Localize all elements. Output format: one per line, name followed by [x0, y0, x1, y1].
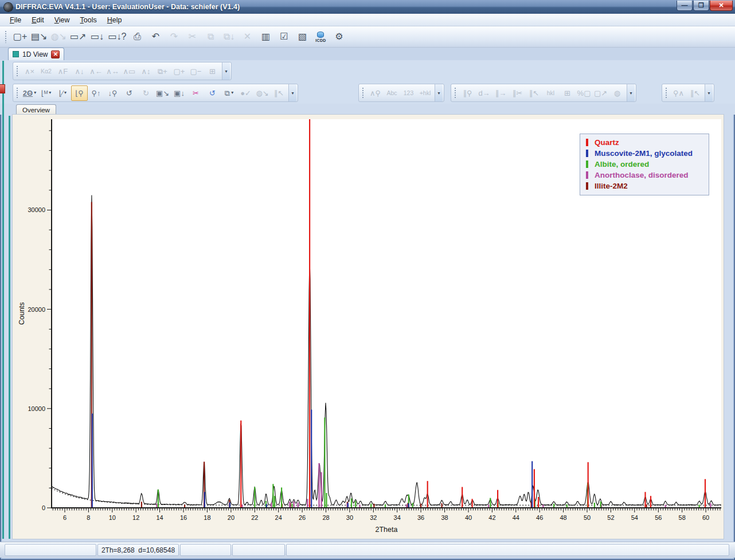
- delete-scan-from-view-glyph: ▣↓: [174, 89, 185, 97]
- cut-button[interactable]: ✂: [183, 29, 201, 45]
- menu-tools[interactable]: Tools: [75, 15, 102, 25]
- hkl-select-icon[interactable]: hkl: [542, 85, 559, 101]
- background-subtraction-icon[interactable]: ∧↓: [71, 64, 88, 79]
- show-pattern-button[interactable]: ∥↖: [271, 85, 287, 101]
- x-axis-scale-button[interactable]: ⌊ᴹ▾: [38, 85, 54, 101]
- y-offset-icon[interactable]: ∧↕: [138, 64, 154, 79]
- zoom-in-button[interactable]: ⚲↑: [88, 85, 104, 101]
- save-to-database-button[interactable]: ◍↘: [49, 29, 68, 45]
- toolbar-overflow-button[interactable]: ▾: [222, 62, 230, 80]
- print-button[interactable]: ⎙: [128, 29, 146, 45]
- minimize-button[interactable]: —: [677, 1, 693, 11]
- cut-appearance-button[interactable]: ✂: [187, 85, 204, 101]
- search-match-icon[interactable]: ⚲∧: [670, 85, 687, 101]
- zoom-mode-button[interactable]: ⌊⚲: [71, 85, 88, 101]
- create-view-icon[interactable]: ⧉+: [154, 64, 171, 79]
- redo-button[interactable]: ↷: [165, 29, 183, 45]
- dock-splitter-left[interactable]: [2, 61, 4, 539]
- toolbar-grip[interactable]: [5, 30, 7, 43]
- remove-from-view-icon[interactable]: ▢−: [187, 64, 204, 79]
- search-by-name-icon[interactable]: Abc: [384, 85, 400, 101]
- validate-button[interactable]: ●✓: [237, 85, 254, 101]
- displacement-correction-icon[interactable]: ∧←: [88, 64, 104, 79]
- legend-item: Anorthoclase, disordered: [580, 170, 709, 181]
- pattern-shift-icon[interactable]: ∥→: [492, 85, 509, 101]
- percent-window-icon[interactable]: %▢: [576, 85, 592, 101]
- tab-overview[interactable]: Overview: [16, 104, 56, 115]
- tab-1d-view[interactable]: 1D View ✕: [8, 48, 64, 60]
- data-tree-window-glyph: ▥: [261, 32, 270, 41]
- data-tree-window-button[interactable]: ▥: [256, 29, 275, 45]
- toolbar-overflow-button[interactable]: ▾: [705, 84, 713, 101]
- peak-search-icon[interactable]: ∧⚲: [367, 85, 384, 101]
- import-scan-button[interactable]: ▤↘: [29, 29, 49, 45]
- send-to-db-button[interactable]: ◍↘: [254, 85, 271, 101]
- pattern-search-icon[interactable]: ∥⚲: [459, 85, 476, 101]
- new-document-glyph: ▢+: [13, 32, 27, 41]
- docked-close-icon[interactable]: [0, 84, 5, 93]
- restore-button[interactable]: ❐: [693, 1, 709, 11]
- reset-appearance-button[interactable]: ↺: [204, 85, 221, 101]
- phase-legend[interactable]: QuartzMuscovite-2M1, glycolatedAlbite, o…: [580, 134, 709, 195]
- title-bar[interactable]: DIFFRAC.EVA V4.1.1 - User: EvaluationUse…: [0, 0, 735, 14]
- x-tick-label: 10: [109, 514, 116, 521]
- add-hkl-icon[interactable]: +hkl: [417, 85, 433, 101]
- status-panel-4: [232, 544, 285, 556]
- copy-view-button[interactable]: ⧉▾: [221, 85, 237, 101]
- pointer-window-button[interactable]: ▧: [293, 29, 311, 45]
- menu-help[interactable]: Help: [102, 15, 127, 25]
- toolbar-overflow-button[interactable]: ▾: [288, 84, 296, 101]
- x-tick-label: 38: [441, 514, 448, 521]
- zoom-out-button[interactable]: ↓⚲: [104, 85, 121, 101]
- search-by-number-icon[interactable]: 123: [400, 85, 417, 101]
- menu-view[interactable]: View: [49, 15, 75, 25]
- range-select-icon-glyph: ∧▭: [123, 68, 136, 75]
- menu-file[interactable]: File: [5, 15, 26, 25]
- copy-button[interactable]: ⧉: [201, 29, 220, 45]
- close-button[interactable]: ✕: [710, 1, 733, 11]
- icdd-database-button[interactable]: ICDD: [311, 29, 330, 45]
- hkl-select-icon-glyph: hkl: [547, 90, 554, 96]
- undo-glyph: ↶: [152, 32, 159, 41]
- settings-button[interactable]: ⚙: [330, 29, 348, 45]
- undo-zoom-button[interactable]: ↺: [121, 85, 138, 101]
- move-scan-to-view-glyph: ▣↘: [156, 89, 169, 97]
- export-button[interactable]: ▭↗: [68, 29, 88, 45]
- pattern-window-icon[interactable]: ⊞: [559, 85, 576, 101]
- delete-scan-from-view-button[interactable]: ▣↓: [171, 85, 187, 101]
- merge-views-icon[interactable]: ⊞: [204, 64, 221, 79]
- x-tick-label: 24: [275, 514, 282, 521]
- paste-button[interactable]: ⧉↓: [220, 29, 238, 45]
- redo-zoom-glyph: ↻: [143, 89, 149, 97]
- y-axis-scale-button[interactable]: ⌊∕▾: [54, 85, 71, 101]
- toolbar-overflow-button[interactable]: ▾: [435, 84, 443, 101]
- delete-scan-icon[interactable]: ∧×: [21, 64, 38, 79]
- x-axis-2theta-button[interactable]: 2Θ▾: [21, 85, 38, 101]
- dock-splitter-inner[interactable]: [9, 116, 10, 539]
- move-scan-to-view-button[interactable]: ▣↘: [154, 85, 171, 101]
- pattern-select-icon[interactable]: ∥↖: [526, 85, 542, 101]
- add-to-view-icon[interactable]: ▢+: [171, 64, 187, 79]
- fourier-smooth-icon[interactable]: ∧F: [54, 64, 71, 79]
- import-with-options-button[interactable]: ▭↓?: [106, 29, 128, 45]
- x-axis-2theta-glyph: 2Θ: [23, 89, 33, 97]
- tab-label: 1D View: [22, 50, 48, 58]
- pattern-cut-icon[interactable]: ∥✂: [509, 85, 526, 101]
- tab-close-icon[interactable]: ✕: [51, 50, 60, 58]
- pattern-pointer-icon[interactable]: ∥↖: [687, 85, 703, 101]
- import-button[interactable]: ▭↓: [88, 29, 106, 45]
- menu-edit[interactable]: Edit: [26, 15, 49, 25]
- strip-kalpha2-icon[interactable]: Kα2: [38, 64, 54, 79]
- range-select-icon[interactable]: ∧▭: [121, 64, 138, 79]
- new-document-button[interactable]: ▢+: [11, 29, 29, 45]
- d-value-icon[interactable]: d→: [476, 85, 492, 101]
- x-offset-icon[interactable]: ∧↔: [104, 64, 121, 79]
- redo-zoom-button[interactable]: ↻: [138, 85, 154, 101]
- db-user-icon[interactable]: ◍: [609, 85, 625, 101]
- toolbar-overflow-button[interactable]: ▾: [627, 84, 635, 101]
- export-window-icon[interactable]: ▢↗: [592, 85, 609, 101]
- import-scan-glyph: ▤↘: [31, 32, 48, 41]
- undo-button[interactable]: ↶: [146, 29, 165, 45]
- delete-button[interactable]: ✕: [238, 29, 256, 45]
- property-window-button[interactable]: ☑: [275, 29, 293, 45]
